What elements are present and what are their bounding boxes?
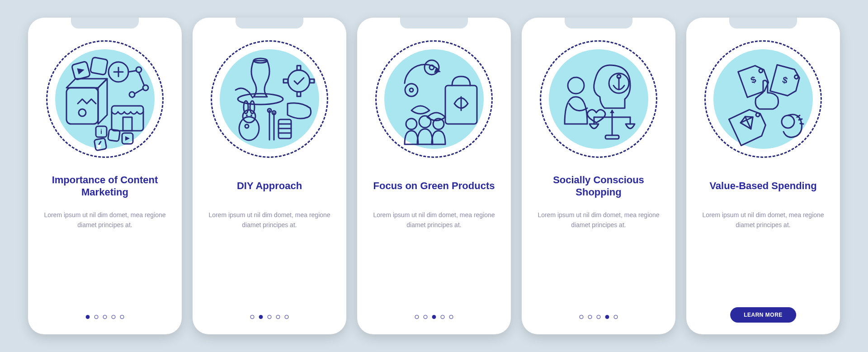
svg-point-3	[79, 109, 86, 116]
pagination-dots	[250, 315, 289, 319]
svg-point-12	[129, 92, 135, 97]
svg-rect-17	[123, 117, 132, 131]
svg-point-54	[406, 119, 417, 129]
svg-point-66	[759, 68, 763, 73]
dot-5[interactable]	[614, 315, 618, 319]
pagination-dots	[415, 315, 453, 319]
svg-text:i: i	[100, 128, 102, 135]
svg-rect-23	[94, 138, 107, 151]
phone-notch	[400, 18, 468, 29]
screen-title: Value-Based Spending	[707, 172, 819, 200]
svg-point-48	[425, 60, 439, 75]
screen-body: Lorem ipsum ut nil dim domet, mea region…	[39, 210, 171, 230]
illustration-wrap	[540, 40, 657, 158]
illustration-wrap	[211, 40, 328, 158]
svg-point-74	[782, 115, 794, 128]
dot-3[interactable]	[432, 315, 436, 319]
screen-body: Lorem ipsum ut nil dim domet, mea region…	[697, 210, 829, 230]
svg-text:$: $	[749, 74, 757, 85]
svg-point-51	[410, 88, 413, 92]
pagination-dots	[86, 315, 124, 319]
svg-point-38	[245, 124, 249, 128]
dot-1[interactable]	[415, 315, 419, 319]
dot-4[interactable]	[112, 315, 116, 319]
dot-1[interactable]	[580, 315, 584, 319]
svg-rect-65	[605, 135, 619, 139]
screen-title: Socially Conscious Shopping	[533, 172, 665, 200]
dot-3[interactable]	[103, 315, 107, 319]
svg-point-36	[246, 114, 248, 116]
pagination-dots	[580, 315, 618, 319]
svg-point-27	[288, 70, 310, 92]
svg-point-68	[794, 75, 799, 79]
svg-point-59	[617, 75, 621, 78]
svg-marker-5	[77, 67, 85, 74]
dot-4[interactable]	[276, 315, 280, 319]
green-products-icon	[380, 45, 488, 153]
onboarding-screen-1: i Importance of Content Marketing Lorem …	[28, 18, 182, 334]
phone-notch	[565, 18, 632, 29]
diy-approach-icon	[215, 45, 324, 153]
onboarding-screen-4: Socially Conscious Shopping Lorem ipsum …	[522, 18, 675, 334]
screen-title: Focus on Green Products	[371, 172, 498, 200]
svg-point-32	[239, 117, 259, 140]
svg-text:$: $	[781, 75, 788, 86]
svg-point-55	[419, 116, 431, 128]
dot-3[interactable]	[597, 315, 601, 319]
dot-2[interactable]	[588, 315, 592, 319]
screen-body: Lorem ipsum ut nil dim domet, mea region…	[203, 210, 335, 230]
phone-notch	[729, 18, 797, 29]
dot-2[interactable]	[259, 315, 263, 319]
content-marketing-icon: i	[51, 45, 159, 153]
dot-2[interactable]	[424, 315, 428, 319]
svg-marker-1	[66, 79, 107, 88]
svg-rect-16	[112, 106, 143, 131]
svg-marker-22	[125, 136, 130, 141]
svg-rect-31	[310, 79, 314, 83]
svg-point-49	[429, 65, 434, 70]
illustration-wrap	[375, 40, 493, 158]
dot-5[interactable]	[120, 315, 124, 319]
onboarding-screen-3: Focus on Green Products Lorem ipsum ut n…	[357, 18, 511, 334]
svg-point-10	[136, 67, 142, 72]
screen-body: Lorem ipsum ut nil dim domet, mea region…	[533, 210, 665, 230]
dot-4[interactable]	[441, 315, 445, 319]
svg-line-15	[135, 89, 143, 94]
onboarding-screen-2: DIY Approach Lorem ipsum ut nil dim dome…	[193, 18, 346, 334]
svg-point-60	[568, 77, 584, 94]
screen-title: Importance of Content Marketing	[39, 172, 171, 200]
svg-rect-6	[90, 57, 108, 75]
screen-title: DIY Approach	[234, 172, 305, 200]
svg-point-70	[755, 112, 760, 117]
dot-5[interactable]	[285, 315, 289, 319]
svg-line-14	[139, 72, 144, 86]
svg-rect-29	[297, 92, 301, 96]
socially-conscious-icon	[544, 45, 653, 153]
onboarding-screen-5: $ $ Value-Based Spending Lorem ip	[686, 18, 840, 334]
dot-1[interactable]	[86, 315, 90, 319]
svg-marker-2	[98, 79, 107, 124]
dot-4[interactable]	[605, 315, 609, 319]
phone-notch	[236, 18, 303, 29]
svg-point-35	[250, 101, 255, 114]
illustration-wrap: i	[46, 40, 164, 158]
svg-point-50	[405, 84, 418, 96]
illustration-wrap: $ $	[704, 40, 822, 158]
phone-notch	[71, 18, 139, 29]
dot-5[interactable]	[449, 315, 453, 319]
dot-2[interactable]	[94, 315, 99, 319]
screen-body: Lorem ipsum ut nil dim domet, mea region…	[368, 210, 500, 230]
value-based-spending-icon: $ $	[709, 45, 817, 153]
svg-line-13	[128, 71, 137, 72]
dot-1[interactable]	[250, 315, 255, 319]
learn-more-button[interactable]: LEARN MORE	[730, 307, 796, 323]
svg-point-37	[250, 114, 252, 116]
svg-rect-30	[283, 79, 288, 83]
svg-rect-28	[297, 66, 301, 70]
svg-rect-0	[66, 88, 98, 124]
dot-3[interactable]	[268, 315, 272, 319]
